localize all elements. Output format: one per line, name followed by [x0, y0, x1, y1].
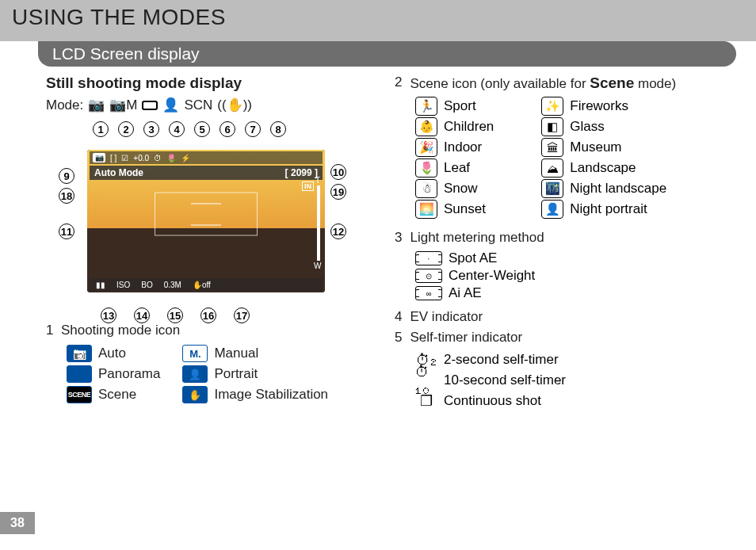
- item-4-title: 4 EV indicator: [395, 309, 743, 325]
- legend-label: Manual: [214, 346, 258, 361]
- scene-item: 👶Children: [415, 117, 494, 136]
- snow-scene-icon: ☃: [415, 179, 437, 198]
- 10s-timer-icon: ⏱₁₀: [415, 371, 437, 390]
- landscape-scene-icon: ⛰: [541, 159, 563, 178]
- callout-6: 6: [220, 121, 235, 137]
- scene-item: 🎉Indoor: [415, 138, 494, 157]
- callouts-bottom-row: 1314151617: [101, 307, 250, 323]
- legend-item: 👤Portrait: [182, 365, 328, 383]
- mode-label: Mode:: [46, 97, 83, 113]
- callout-14: 14: [134, 307, 150, 323]
- scene-label: Sunset: [444, 201, 486, 217]
- timer-item: ❐Continuous shot: [415, 391, 743, 411]
- legend-label: Portrait: [214, 366, 258, 382]
- camera-manual-icon: 📷M: [109, 97, 137, 113]
- lcd-bottom-icon-bar: ▮▮ ISO BO 0.3M ✋off: [90, 278, 323, 291]
- scene-col-a: 🏃Sport👶Children🎉Indoor🌷Leaf☃Snow🌅Sunset: [415, 97, 494, 220]
- callout-16: 16: [200, 307, 216, 323]
- page-header-bar: USING THE MODES: [0, 0, 756, 41]
- lcd-resolution-icon: 0.3M: [164, 281, 181, 289]
- manual-mode-icon: M.: [182, 345, 208, 362]
- callout-5: 5: [194, 121, 210, 137]
- section-heading-pill: LCD Screen display: [38, 41, 736, 67]
- lcd-mode-icon: 📷: [93, 153, 105, 162]
- scene-item: 🏛Museum: [541, 138, 666, 157]
- glass-scene-icon: ◧: [541, 117, 563, 136]
- callout-15: 15: [167, 307, 183, 323]
- legend-item: Panorama: [67, 365, 160, 383]
- legend-1-columns: AutoPanoramaSCENEScene M.Manual👤Portrait…: [46, 345, 355, 407]
- lcd-timer-icon: ⏱: [154, 154, 162, 162]
- children-scene-icon: 👶: [415, 117, 437, 136]
- center-weight-icon: ⊙: [415, 269, 442, 283]
- legend-item: M.Manual: [182, 345, 328, 362]
- meter-item: ·Spot AE: [415, 250, 743, 266]
- scene-label: Night portrait: [570, 201, 647, 217]
- callout-8: 8: [270, 121, 286, 137]
- timer-label: 10-second self-timer: [444, 372, 566, 388]
- scene-item: ⛰Landscape: [541, 159, 666, 178]
- scene-item: ✨Fireworks: [541, 97, 666, 116]
- lcd-ev-value: +0.0: [133, 154, 149, 162]
- callout-3: 3: [143, 121, 159, 137]
- scene-label: Fireworks: [570, 98, 628, 114]
- scene-item: 🌃Night landscape: [541, 179, 666, 198]
- panorama-mode-icon: [67, 365, 92, 383]
- callout-10: 10: [330, 164, 346, 180]
- lcd-shots-remaining: [ 2099 ]: [285, 167, 318, 178]
- scene-label: Children: [444, 119, 494, 135]
- scn-text-icon: SCN: [184, 97, 212, 113]
- scene-item: ◧Glass: [541, 117, 666, 136]
- portrait-icon: 👤: [162, 97, 179, 113]
- callout-9: 9: [59, 168, 74, 184]
- lcd-battery-icon: ▮▮: [96, 281, 105, 289]
- spot-ae-icon: ·: [415, 251, 442, 265]
- museum-scene-icon: 🏛: [541, 138, 563, 157]
- content-columns: Still shooting mode display Mode: 📷 📷M 👤…: [0, 67, 756, 418]
- timer-label: 2-second self-timer: [444, 352, 559, 368]
- left-column: Still shooting mode display Mode: 📷 📷M 👤…: [46, 74, 355, 418]
- callout-4: 4: [169, 121, 185, 137]
- callout-12: 12: [330, 223, 346, 239]
- scene-mode-icon: SCENE: [67, 386, 92, 403]
- page-number-badge: 38: [0, 512, 35, 534]
- metering-list: ·Spot AE⊙Center-Weight∞Ai AE: [415, 250, 743, 301]
- legend-1-col-a: AutoPanoramaSCENEScene: [67, 345, 160, 407]
- timer-item: ⏱₁₀10-second self-timer: [415, 371, 743, 390]
- meter-label: Ai AE: [449, 285, 482, 301]
- indoor-scene-icon: 🎉: [415, 138, 437, 157]
- lcd-focus-center: [191, 203, 221, 225]
- legend-item: SCENEScene: [67, 386, 160, 403]
- scene-label: Indoor: [444, 139, 482, 155]
- lcd-frame: 📷 [ ] ☑ +0.0 ⏱ 🌷 ⚡ Auto Mode [ 2099 ] IN: [87, 150, 325, 292]
- legend-1-title: 1 Shooting mode icon: [46, 323, 355, 338]
- still-shooting-subheading: Still shooting mode display: [46, 74, 355, 92]
- legend-item: ✋Image Stabilization: [182, 386, 328, 403]
- scene-item: 👤Night portrait: [541, 200, 666, 219]
- camera-auto-icon: 📷: [88, 97, 105, 113]
- timer-label: Continuous shot: [444, 393, 541, 409]
- night-landscape-scene-icon: 🌃: [541, 179, 563, 198]
- legend-1-col-b: M.Manual👤Portrait✋Image Stabilization: [182, 345, 328, 407]
- scene-label: Night landscape: [570, 181, 666, 197]
- legend-label: Panorama: [98, 366, 160, 382]
- stabilization-icon: ((✋)): [217, 97, 252, 113]
- scene-item: 🏃Sport: [415, 97, 494, 116]
- callout-17: 17: [234, 307, 250, 323]
- sunset-scene-icon: 🌅: [415, 200, 437, 219]
- page-title: USING THE MODES: [12, 5, 744, 30]
- lcd-macro-icon: 🌷: [166, 154, 176, 162]
- legend-label: Image Stabilization: [214, 387, 328, 403]
- legend-1: 1 Shooting mode icon AutoPanoramaSCENESc…: [46, 323, 355, 407]
- auto-mode-icon: [67, 345, 92, 362]
- callout-19: 19: [330, 184, 346, 200]
- callouts-top-row: 12345678: [93, 121, 286, 137]
- callout-13: 13: [101, 307, 116, 323]
- scene-label: Snow: [444, 181, 478, 197]
- mode-line: Mode: 📷 📷M 👤 SCN ((✋)): [46, 97, 355, 113]
- scene-label: Leaf: [444, 160, 470, 176]
- item-2-title: 2 Scene icon (only available for Scene m…: [395, 74, 743, 92]
- section-heading-text: LCD Screen display: [38, 41, 736, 67]
- lcd-zoom-bar: [315, 185, 322, 261]
- portrait-mode-icon: 👤: [182, 365, 208, 383]
